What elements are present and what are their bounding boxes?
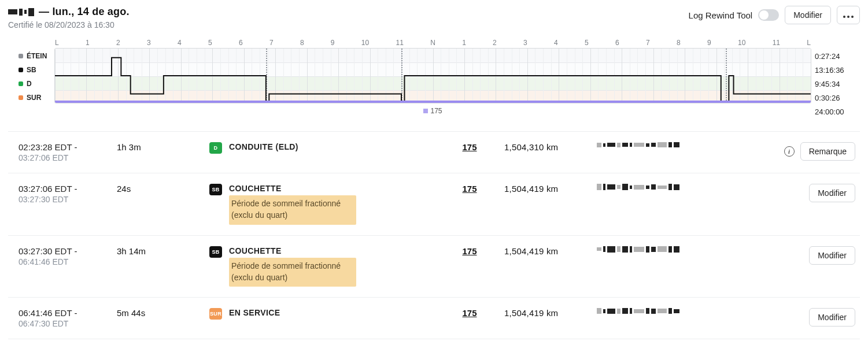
duration: 5m 44s [117,308,204,318]
rewind-toggle-label: Log Rewind Tool [689,10,753,20]
location-redacted [597,308,679,314]
time-end: 06:47:30 EDT [19,319,111,328]
time-start: 02:23:28 EDT - [19,142,111,152]
x-tick: 1 [86,39,90,47]
vehicle-id-link[interactable]: 175 [462,308,477,318]
location-redacted [597,246,679,253]
x-tick: 2 [493,39,497,47]
x-tick: 10 [738,39,745,47]
time-end: 03:27:06 EDT [19,153,111,162]
lane-label-off: ÉTEIN [8,49,54,63]
x-tick: 3 [523,39,527,47]
x-tick: 1 [462,39,466,47]
total-sb: 13:16:36 [811,63,860,77]
total-total: 24:00:00 [811,105,860,118]
shift-bar [55,101,811,103]
duration: 3h 14m [117,246,204,256]
duration: 24s [117,184,204,194]
rewind-toggle[interactable] [758,9,779,21]
status-badge: SUR [209,308,222,320]
x-tick: 9 [707,39,711,47]
x-tick: 3 [147,39,151,47]
x-tick: 8 [677,39,681,47]
odometer: 1,504,419 km [504,308,591,318]
log-row: 02:23:28 EDT -03:27:06 EDT1h 3mDCONDUITE… [8,132,860,173]
driver-name-redacted [8,8,34,16]
x-tick: 4 [554,39,558,47]
page-title: — lun., 14 de ago. [39,6,130,18]
more-button[interactable] [837,6,860,24]
total-d: 9:45:34 [811,77,860,91]
certified-text: Certifié le 08/20/2023 à 16:30 [8,20,130,29]
status-name: COUCHETTE [229,246,356,255]
vehicle-id-link[interactable]: 175 [462,184,477,194]
status-name: EN SERVICE [229,308,280,317]
status-note: Période de sommeil fractionné (exclu du … [229,195,356,225]
time-end: 06:41:46 EDT [19,257,111,266]
modify-row-button[interactable]: Modifier [809,246,855,265]
vehicle-id-link[interactable]: 175 [462,142,477,152]
status-badge: D [209,142,222,154]
x-tick: 10 [361,39,369,47]
total-off: 0:27:24 [811,49,860,63]
lane-label-sb: SB [8,63,54,77]
status-badge: SB [209,246,222,258]
time-end: 03:27:30 EDT [19,195,111,204]
legend-square-icon [423,109,428,113]
status-name: CONDUITE (ELD) [229,142,298,151]
x-tick: L [807,39,811,47]
x-tick: 4 [178,39,182,47]
x-tick: 11 [773,39,780,47]
total-on: 0:30:26 [811,91,860,105]
location-redacted [597,142,679,147]
odometer: 1,504,419 km [504,184,591,194]
time-start: 06:41:46 EDT - [19,308,111,318]
time-start: 03:27:30 EDT - [19,246,111,256]
x-tick: 7 [646,39,650,47]
x-tick: 2 [116,39,120,47]
status-note: Période de sommeil fractionné (exclu du … [229,258,356,287]
modify-row-button[interactable]: Modifier [809,184,855,202]
duration: 1h 3m [117,142,204,152]
vehicle-id-link[interactable]: 175 [462,246,477,256]
odometer: 1,504,310 km [504,142,591,152]
modifier-button[interactable]: Modifier [785,6,831,24]
ellipsis-icon [843,16,854,18]
remark-button[interactable]: Remarque [800,142,855,161]
odometer: 1,504,419 km [504,246,591,256]
log-row: 03:27:06 EDT -03:27:30 EDT24sSBCOUCHETTE… [8,173,860,236]
x-tick: 8 [300,39,304,47]
x-tick: 6 [239,39,243,47]
status-badge: SB [209,184,222,195]
legend-text: 175 [430,107,442,115]
x-tick: N [430,39,435,47]
x-tick: 5 [585,39,589,47]
info-icon[interactable]: i [784,146,795,157]
location-redacted [597,184,679,190]
hos-chart: ÉTEINSBDSUR L1234567891011N1234567891011… [8,39,860,118]
log-row: 06:41:46 EDT -06:47:30 EDT5m 44sSUREN SE… [8,298,860,339]
time-start: 03:27:06 EDT - [19,184,111,194]
lane-label-on: SUR [8,91,54,105]
x-tick: 7 [269,39,274,47]
log-row: 03:27:30 EDT -06:41:46 EDT3h 14mSBCOUCHE… [8,236,860,298]
x-tick: 5 [208,39,212,47]
status-name: COUCHETTE [229,184,356,193]
x-tick: 6 [615,39,619,47]
log-list: 02:23:28 EDT -03:27:06 EDT1h 3mDCONDUITE… [8,131,860,339]
x-tick: 9 [331,39,335,47]
x-tick: L [55,39,59,47]
modify-row-button[interactable]: Modifier [809,308,855,327]
lane-label-d: D [8,77,54,91]
x-tick: 11 [396,39,404,47]
